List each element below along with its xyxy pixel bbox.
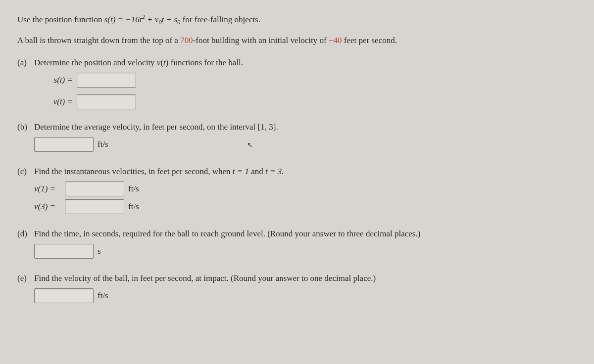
- part-c: (c) Find the instantaneous velocities, i…: [17, 167, 577, 177]
- part-b-label: (b): [17, 122, 34, 132]
- s-label: s(t) =: [42, 75, 73, 85]
- part-d: (d) Find the time, in seconds, required …: [17, 229, 577, 239]
- answer-b: ft/s ↖: [34, 137, 577, 152]
- unit-b: ft/s: [98, 139, 108, 149]
- c-t1: t = 1: [233, 167, 249, 176]
- unit-e: ft/s: [98, 291, 108, 301]
- part-b-text: Determine the average velocity, in feet …: [34, 122, 577, 132]
- v-label: v(t) =: [42, 97, 73, 107]
- input-b[interactable]: [34, 137, 94, 152]
- part-e: (e) Find the velocity of the ball, in fe…: [17, 273, 577, 283]
- setup-pre: A ball is thrown straight down from the …: [17, 36, 180, 45]
- part-d-label: (d): [17, 229, 34, 239]
- answer-d: s: [34, 244, 577, 259]
- row-s: s(t) =: [42, 73, 577, 88]
- c-pre: Find the instantaneous velocities, in fe…: [34, 167, 233, 176]
- part-a-text: Determine the position and velocity v(t)…: [34, 58, 243, 67]
- part-e-text: Find the velocity of the ball, in feet p…: [34, 273, 577, 283]
- row-v3: v(3) = ft/s: [34, 199, 577, 214]
- c-mid: and: [249, 167, 265, 176]
- input-v3[interactable]: [65, 199, 124, 214]
- input-e[interactable]: [34, 288, 94, 303]
- setup-height: 700: [180, 36, 193, 45]
- intro-suffix: for free-falling objects.: [183, 15, 260, 24]
- input-d[interactable]: [34, 244, 94, 259]
- part-b: (b) Determine the average velocity, in f…: [17, 122, 577, 132]
- setup-velocity: −40: [329, 36, 342, 45]
- unit-v1: ft/s: [128, 184, 139, 194]
- c-t2: t = 3.: [265, 167, 284, 176]
- eq-mid: + v: [145, 15, 159, 24]
- cursor-icon: ↖: [247, 141, 253, 149]
- question-page: Use the position function s(t) = −16t2 +…: [0, 0, 594, 364]
- row-v: v(t) =: [42, 94, 577, 109]
- setup-line: A ball is thrown straight down from the …: [17, 34, 577, 47]
- part-d-text: Find the time, in seconds, required for …: [34, 229, 577, 239]
- row-v1: v(1) = ft/s: [34, 182, 577, 196]
- setup-mid: -foot building with an initial velocity …: [193, 36, 329, 45]
- unit-v3: ft/s: [128, 202, 139, 212]
- intro-line: Use the position function s(t) = −16t2 +…: [17, 12, 577, 27]
- v3-label: v(3) =: [34, 202, 65, 212]
- part-e-label: (e): [17, 273, 34, 283]
- part-a-body: Determine the position and velocity v(t)…: [34, 58, 577, 68]
- input-v1[interactable]: [65, 182, 124, 196]
- eq-mid2: t + s: [162, 15, 177, 24]
- answer-e: ft/s: [34, 288, 577, 303]
- part-a: (a) Determine the position and velocity …: [17, 58, 577, 68]
- intro-prefix: Use the position function: [17, 15, 104, 24]
- part-c-label: (c): [17, 167, 34, 177]
- eq-lhs: s(t) = −16t: [104, 15, 142, 24]
- input-v[interactable]: [77, 94, 136, 109]
- v1-label: v(1) =: [34, 184, 65, 194]
- unit-d: s: [98, 246, 101, 256]
- eq-sub2: 0: [177, 19, 180, 26]
- part-c-text: Find the instantaneous velocities, in fe…: [34, 167, 577, 177]
- part-a-label: (a): [17, 58, 34, 68]
- input-s[interactable]: [77, 73, 136, 88]
- setup-post: feet per second.: [342, 36, 397, 45]
